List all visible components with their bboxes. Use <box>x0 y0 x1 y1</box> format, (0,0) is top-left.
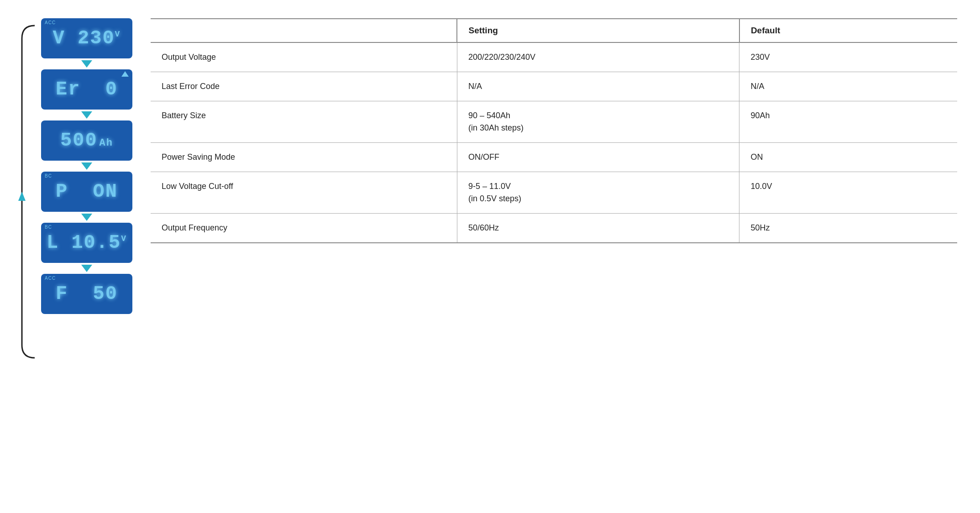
display-panel-voltage: ACC V 230V <box>41 18 132 58</box>
triangle-indicator <box>121 71 129 77</box>
row-label-error: Last Error Code <box>151 72 457 101</box>
row-label-freq: Output Frequency <box>151 214 457 243</box>
display-text-error: Er 0 <box>56 79 118 100</box>
table-row: Last Error Code N/A N/A <box>151 72 957 101</box>
display-text-lowvolt: L 10.5V <box>47 232 127 254</box>
table-row: Power Saving Mode ON/OFF ON <box>151 143 957 172</box>
svg-marker-1 <box>18 192 26 201</box>
display-text-power: P ON <box>56 181 118 203</box>
arrow-3 <box>81 162 92 170</box>
row-setting-error: N/A <box>457 72 739 101</box>
table-row: Output Frequency 50/60Hz 50Hz <box>151 214 957 243</box>
row-default-freq: 50Hz <box>739 214 957 243</box>
row-setting-battery: 90 – 540Ah (in 30Ah steps) <box>457 101 739 143</box>
table-row: Output Voltage 200/220/230/240V 230V <box>151 42 957 72</box>
display-panel-freq: ACC F 50 <box>41 274 132 314</box>
table-container: Setting Default Output Voltage 200/220/2… <box>151 18 957 243</box>
arrow-5 <box>81 265 92 272</box>
display-panel-battery: 500Ah <box>41 120 132 161</box>
table-header-row: Setting Default <box>151 19 957 42</box>
row-setting-lowvolt: 9-5 – 11.0V (in 0.5V steps) <box>457 172 739 214</box>
settings-table: Setting Default Output Voltage 200/220/2… <box>151 18 957 243</box>
row-default-power: ON <box>739 143 957 172</box>
panels-stack: ACC V 230V Er 0 500Ah <box>41 18 132 314</box>
arrow-4 <box>81 214 92 221</box>
row-default-voltage: 230V <box>739 42 957 72</box>
row-label-battery: Battery Size <box>151 101 457 143</box>
col-header-setting: Setting <box>457 19 739 42</box>
row-default-error: N/A <box>739 72 957 101</box>
row-setting-voltage: 200/220/230/240V <box>457 42 739 72</box>
display-text-battery: 500Ah <box>60 130 113 152</box>
page-wrapper: ACC V 230V Er 0 500Ah <box>23 18 957 365</box>
arrow-1 <box>81 60 92 68</box>
badge-acc-2: ACC <box>45 276 56 281</box>
display-text-freq: F 50 <box>56 283 118 305</box>
row-label-voltage: Output Voltage <box>151 42 457 72</box>
arrow-2 <box>81 111 92 119</box>
display-panel-lowvolt: BC L 10.5V <box>41 223 132 263</box>
badge-bc-1: BC <box>45 173 52 178</box>
row-default-lowvolt: 10.0V <box>739 172 957 214</box>
table-row: Battery Size 90 – 540Ah (in 30Ah steps) … <box>151 101 957 143</box>
badge-bc-2: BC <box>45 225 52 230</box>
display-text-voltage: V 230V <box>53 27 121 49</box>
row-label-lowvolt: Low Voltage Cut-off <box>151 172 457 214</box>
row-setting-freq: 50/60Hz <box>457 214 739 243</box>
display-panel-error: Er 0 <box>41 69 132 110</box>
row-default-battery: 90Ah <box>739 101 957 143</box>
row-setting-power: ON/OFF <box>457 143 739 172</box>
display-panel-power: BC P ON <box>41 172 132 212</box>
row-label-power: Power Saving Mode <box>151 143 457 172</box>
badge-acc-1: ACC <box>45 20 56 25</box>
loop-wrapper: ACC V 230V Er 0 500Ah <box>14 18 132 365</box>
col-header-name <box>151 19 457 42</box>
col-header-default: Default <box>739 19 957 42</box>
table-row: Low Voltage Cut-off 9-5 – 11.0V (in 0.5V… <box>151 172 957 214</box>
display-column: ACC V 230V Er 0 500Ah <box>23 18 123 365</box>
loop-line-svg <box>14 18 37 365</box>
